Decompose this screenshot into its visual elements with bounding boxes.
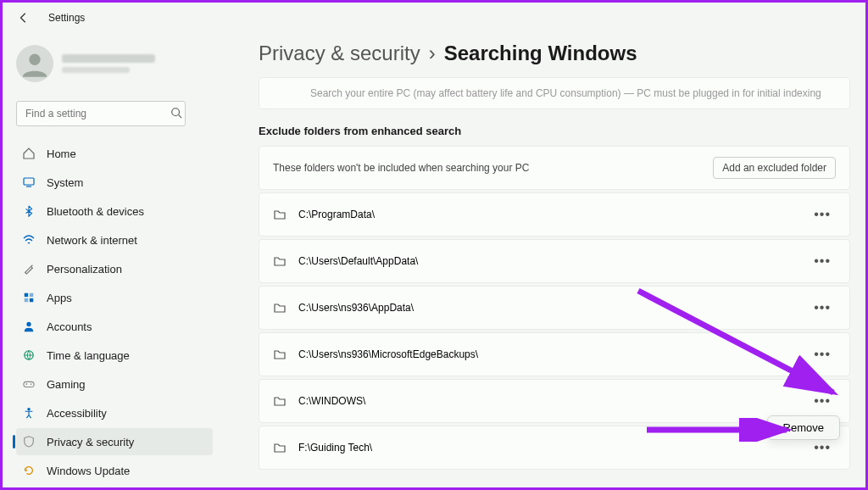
sidebar-item-label: System <box>47 176 83 189</box>
person-icon <box>21 319 36 334</box>
more-options-button[interactable]: ••• <box>809 203 836 226</box>
system-icon <box>21 175 36 190</box>
svg-rect-8 <box>30 298 33 302</box>
sidebar-item-label: Network & internet <box>47 234 137 247</box>
globe-icon <box>21 348 36 363</box>
user-profile[interactable] <box>16 40 213 87</box>
more-options-button[interactable]: ••• <box>809 343 836 365</box>
bluetooth-icon <box>21 203 36 219</box>
chevron-right-icon: › <box>429 42 436 65</box>
search-input[interactable] <box>16 101 186 126</box>
gamepad-icon <box>21 376 36 392</box>
sidebar-item-label: Personalization <box>47 263 122 276</box>
more-options-button[interactable]: ••• <box>809 297 836 319</box>
apps-icon <box>21 290 36 305</box>
profile-sub-blur <box>62 67 130 73</box>
info-card: Search your entire PC (may affect batter… <box>259 77 850 109</box>
folder-icon <box>273 441 287 454</box>
sidebar-item-time[interactable]: Time & language <box>16 342 213 369</box>
svg-point-13 <box>27 408 31 411</box>
svg-point-12 <box>31 383 32 385</box>
sidebar-item-label: Time & language <box>47 349 130 362</box>
svg-rect-3 <box>24 178 34 185</box>
excluded-folder-row[interactable]: C:\Users\Default\AppData\ ••• <box>259 239 850 283</box>
folder-icon <box>273 394 287 408</box>
folder-path: C:\ProgramData\ <box>298 209 375 220</box>
update-icon <box>21 463 36 478</box>
excluded-folder-row[interactable]: C:\Users\ns936\MicrosoftEdgeBackups\ ••• <box>259 332 850 376</box>
folder-path: C:\Users\ns936\MicrosoftEdgeBackups\ <box>298 348 478 360</box>
excluded-folder-row[interactable]: F:\Guiding Tech\ ••• <box>259 426 850 470</box>
sidebar-item-label: Windows Update <box>47 465 130 477</box>
folder-icon <box>273 348 287 361</box>
sidebar-item-label: Privacy & security <box>47 436 134 448</box>
excluded-folder-row[interactable]: C:\WINDOWS\ ••• <box>259 379 850 423</box>
breadcrumb-parent[interactable]: Privacy & security <box>259 42 420 65</box>
more-options-button[interactable]: ••• <box>809 250 836 272</box>
sidebar-item-label: Gaming <box>47 378 86 391</box>
sidebar-item-accessibility[interactable]: Accessibility <box>16 399 213 426</box>
add-excluded-folder-button[interactable]: Add an excluded folder <box>713 157 836 179</box>
sidebar-nav: Home System Bluetooth & devices Network … <box>16 140 213 484</box>
excluded-folder-row[interactable]: C:\ProgramData\ ••• <box>259 192 850 237</box>
sidebar-item-update[interactable]: Windows Update <box>16 457 213 484</box>
svg-rect-6 <box>30 293 33 297</box>
sidebar-item-apps[interactable]: Apps <box>16 284 213 311</box>
sidebar-item-label: Accounts <box>47 320 92 333</box>
profile-name-blur <box>62 54 155 63</box>
exclude-header-row: These folders won't be included when sea… <box>259 146 850 190</box>
sidebar-item-label: Home <box>47 148 76 160</box>
folder-path: C:\Users\ns936\AppData\ <box>298 302 414 314</box>
sidebar-item-privacy[interactable]: Privacy & security <box>16 428 213 455</box>
avatar <box>16 45 53 82</box>
search-icon <box>170 107 182 122</box>
sidebar-item-label: Bluetooth & devices <box>47 205 144 218</box>
back-button[interactable] <box>16 10 31 25</box>
folder-path: F:\Guiding Tech\ <box>298 442 372 454</box>
remove-context-menu[interactable]: Remove <box>767 415 840 440</box>
sidebar-item-bluetooth[interactable]: Bluetooth & devices <box>16 198 213 225</box>
breadcrumb-current: Searching Windows <box>444 42 637 65</box>
accessibility-icon <box>21 405 36 420</box>
sidebar-item-personalization[interactable]: Personalization <box>16 255 213 282</box>
svg-point-1 <box>172 109 180 116</box>
folder-icon <box>273 301 287 315</box>
excluded-folder-row[interactable]: C:\Users\ns936\AppData\ ••• <box>259 286 850 330</box>
shield-icon <box>21 434 36 449</box>
wifi-icon <box>21 232 36 248</box>
app-title: Settings <box>48 12 85 24</box>
sidebar-item-gaming[interactable]: Gaming <box>16 370 213 398</box>
section-title-related: Related settings <box>259 485 850 487</box>
sidebar-item-label: Apps <box>47 292 72 304</box>
svg-rect-5 <box>25 293 28 297</box>
svg-rect-7 <box>25 298 28 302</box>
svg-rect-11 <box>24 381 34 387</box>
sidebar-item-network[interactable]: Network & internet <box>16 226 213 253</box>
folder-icon <box>273 254 287 268</box>
sidebar-item-label: Accessibility <box>47 407 107 420</box>
svg-point-9 <box>26 322 31 326</box>
more-options-button[interactable]: ••• <box>809 390 836 412</box>
sidebar-item-accounts[interactable]: Accounts <box>16 313 213 340</box>
brush-icon <box>21 261 36 276</box>
exclude-description: These folders won't be included when sea… <box>273 162 529 174</box>
sidebar-item-system[interactable]: System <box>16 169 213 196</box>
folder-path: C:\WINDOWS\ <box>298 395 365 407</box>
breadcrumb: Privacy & security › Searching Windows <box>259 42 850 65</box>
svg-point-0 <box>29 54 40 65</box>
svg-line-2 <box>179 115 182 119</box>
sidebar-item-home[interactable]: Home <box>16 140 213 167</box>
folder-icon <box>273 208 287 221</box>
folder-path: C:\Users\Default\AppData\ <box>298 255 418 267</box>
home-icon <box>21 146 36 161</box>
section-title-exclude: Exclude folders from enhanced search <box>259 125 850 137</box>
